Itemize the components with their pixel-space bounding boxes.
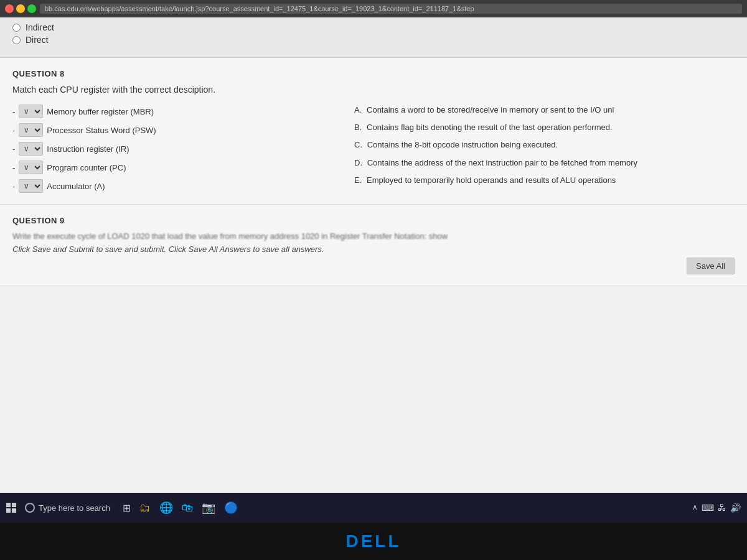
radio-direct-label: Direct <box>26 35 49 45</box>
answer-d-letter: D. <box>354 158 362 167</box>
match-row-acc: - v A B C D E Accumulator (A) <box>12 179 329 193</box>
task-view-icon[interactable]: ⊞ <box>123 502 131 514</box>
file-explorer-icon[interactable]: 🗂 <box>139 502 151 515</box>
answer-a-text: Contains a word to be stored/receive in … <box>367 105 614 114</box>
taskbar-search[interactable]: Type here to search <box>25 503 110 513</box>
dash-acc: - <box>12 182 15 191</box>
match-row-pc: - v A B C D E Program counter (PC) <box>12 161 329 174</box>
search-circle-icon <box>25 503 35 513</box>
win-sq1 <box>6 503 11 507</box>
label-acc: Accumulator (A) <box>47 182 105 191</box>
dash-mbr: - <box>12 107 15 116</box>
dell-bar: DELL <box>0 523 747 560</box>
answer-d-text: Contains the address of the next instruc… <box>367 158 637 167</box>
keyboard-icon[interactable]: ⌨ <box>702 503 714 513</box>
network-icon[interactable]: 🖧 <box>718 503 726 513</box>
answer-a-letter: A. <box>354 105 362 114</box>
answer-b: B. Contains flag bits denoting the resul… <box>354 122 735 133</box>
dash-ir: - <box>12 144 15 154</box>
browser-bar: bb.cas.edu.om/webapps/assessment/take/la… <box>0 0 747 17</box>
close-btn[interactable] <box>5 4 14 13</box>
maximize-btn[interactable] <box>27 4 36 13</box>
label-psw: Processor Status Word (PSW) <box>47 126 156 135</box>
page-content: Indirect Direct QUESTION 8 Match each CP… <box>0 17 747 493</box>
windows-start-button[interactable] <box>6 503 16 513</box>
radio-direct[interactable]: Direct <box>12 35 735 45</box>
chrome-icon[interactable]: 🔵 <box>224 501 238 515</box>
taskbar-right-icons: ∧ ⌨ 🖧 🔊 <box>692 503 741 513</box>
question-8-section: QUESTION 8 Match each CPU register with … <box>0 58 747 205</box>
win-sq4 <box>12 508 16 513</box>
answer-e-letter: E. <box>354 175 362 185</box>
address-bar[interactable]: bb.cas.edu.om/webapps/assessment/take/la… <box>40 4 742 14</box>
match-row-ir: - v A B C D E Instruction register (IR) <box>12 142 329 156</box>
answer-c: C. Contains the 8-bit opcode instruction… <box>354 139 735 151</box>
answer-c-letter: C. <box>354 140 362 149</box>
label-ir: Instruction register (IR) <box>47 144 129 154</box>
question-9-label: QUESTION 9 <box>12 216 735 225</box>
select-pc[interactable]: v A B C D E <box>19 161 43 174</box>
radio-indirect[interactable]: Indirect <box>12 22 735 32</box>
chevron-up-icon[interactable]: ∧ <box>692 503 698 513</box>
question-8-label: QUESTION 8 <box>12 69 735 78</box>
top-section: Indirect Direct <box>0 17 747 58</box>
taskbar-icons: ⊞ 🗂 🌐 🛍 📷 🔵 <box>123 501 238 515</box>
select-acc[interactable]: v A B C D E <box>19 179 43 193</box>
answer-c-text: Contains the 8-bit opcode instruction be… <box>367 140 558 149</box>
dash-pc: - <box>12 163 15 172</box>
label-mbr: Memory buffer register (MBR) <box>47 107 154 116</box>
answer-b-text: Contains flag bits denoting the result o… <box>367 123 613 132</box>
select-psw[interactable]: v A B C D E <box>19 123 43 137</box>
match-row-mbr: - v A B C D E Memory buffer register (MB… <box>12 105 329 118</box>
camera-icon[interactable]: 📷 <box>202 501 215 515</box>
radio-indirect-label: Indirect <box>26 22 54 32</box>
answer-b-letter: B. <box>354 123 362 132</box>
taskbar-right: ∧ ⌨ 🖧 🔊 <box>692 503 741 513</box>
taskbar: Type here to search ⊞ 🗂 🌐 🛍 📷 🔵 ∧ ⌨ 🖧 🔊 <box>0 493 747 523</box>
browser-controls <box>5 4 36 13</box>
dash-psw: - <box>12 126 15 135</box>
win-sq3 <box>6 508 11 513</box>
question-9-section: QUESTION 9 Write the execute cycle of LO… <box>0 205 747 286</box>
match-right: A. Contains a word to be stored/receive … <box>354 105 735 193</box>
answer-e-text: Employed to temporarily hold operands an… <box>367 175 616 185</box>
volume-icon[interactable]: 🔊 <box>730 503 741 513</box>
question-9-text: Write the execute cycle of LOAD 1020 tha… <box>12 231 735 241</box>
win-sq2 <box>12 503 16 507</box>
match-left: - v A B C D E Memory buffer register (MB… <box>12 105 329 193</box>
minimize-btn[interactable] <box>16 4 25 13</box>
radio-indirect-input[interactable] <box>12 24 21 32</box>
store-icon[interactable]: 🛍 <box>182 502 193 515</box>
match-container: - v A B C D E Memory buffer register (MB… <box>12 105 735 193</box>
instructions-text: Click Save and Submit to save and submit… <box>12 245 735 254</box>
answer-e: E. Employed to temporarily hold operands… <box>354 175 735 186</box>
save-all-button[interactable]: Save All <box>687 258 735 274</box>
taskbar-search-text: Type here to search <box>39 503 110 513</box>
dell-logo: DELL <box>345 531 401 551</box>
match-row-psw: - v A B C D E Processor Status Word (PSW… <box>12 123 329 137</box>
answer-a: A. Contains a word to be stored/receive … <box>354 105 735 116</box>
answer-d: D. Contains the address of the next inst… <box>354 157 735 169</box>
radio-direct-input[interactable] <box>12 36 21 44</box>
question-8-text: Match each CPU register with the correct… <box>12 85 735 95</box>
edge-browser-icon[interactable]: 🌐 <box>159 501 173 515</box>
select-ir[interactable]: v A B C D E <box>19 142 43 156</box>
label-pc: Program counter (PC) <box>47 163 126 172</box>
select-mbr[interactable]: v A B C D E <box>19 105 43 118</box>
